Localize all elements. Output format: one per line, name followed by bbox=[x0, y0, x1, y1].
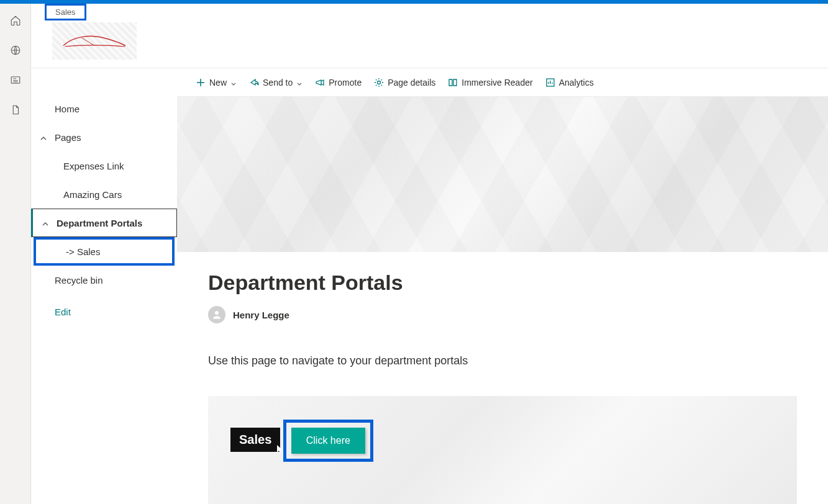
nav-department-portals[interactable]: Department Portals bbox=[31, 209, 177, 237]
chevron-down-icon bbox=[230, 79, 237, 86]
chevron-down-icon bbox=[296, 79, 303, 86]
content-zone: Home Pages Expenses Link Amazing Cars De… bbox=[31, 68, 828, 504]
plus-icon bbox=[196, 78, 206, 88]
quicklink-button-highlight: Click here bbox=[283, 420, 373, 462]
avatar[interactable] bbox=[208, 306, 225, 323]
chevron-up-icon bbox=[40, 133, 47, 141]
book-icon bbox=[448, 78, 458, 88]
app-rail bbox=[0, 4, 31, 504]
gear-icon bbox=[374, 78, 384, 88]
cmd-analytics[interactable]: Analytics bbox=[545, 78, 594, 88]
analytics-icon bbox=[545, 78, 555, 88]
nav-edit-link[interactable]: Edit bbox=[31, 299, 177, 324]
nav-amazing-cars[interactable]: Amazing Cars bbox=[31, 180, 177, 209]
click-here-button[interactable]: Click here bbox=[291, 428, 365, 454]
file-icon[interactable] bbox=[10, 104, 21, 115]
cmd-immersive-reader[interactable]: Immersive Reader bbox=[448, 78, 532, 88]
author-row: Henry Legge bbox=[208, 306, 797, 323]
globe-icon[interactable] bbox=[10, 45, 21, 56]
share-icon bbox=[249, 78, 259, 88]
chevron-up-icon bbox=[42, 219, 49, 227]
command-bar: New Send to Promote bbox=[177, 68, 828, 97]
cmd-immersive-label: Immersive Reader bbox=[462, 78, 532, 88]
person-icon bbox=[211, 309, 222, 320]
cmd-page-details[interactable]: Page details bbox=[374, 78, 435, 88]
cmd-analytics-label: Analytics bbox=[559, 78, 594, 88]
site-header: Sales bbox=[31, 4, 828, 68]
page-description: Use this page to navigate to your depart… bbox=[208, 354, 797, 367]
page-canvas: Department Portals Henry Legge Use this … bbox=[177, 97, 828, 504]
author-name[interactable]: Henry Legge bbox=[233, 310, 289, 320]
cmd-new[interactable]: New bbox=[196, 78, 237, 88]
nav-pages-label: Pages bbox=[55, 132, 81, 143]
cmd-send-to[interactable]: Send to bbox=[249, 78, 303, 88]
home-icon[interactable] bbox=[10, 15, 21, 26]
hero-background bbox=[177, 97, 828, 271]
cmd-new-label: New bbox=[209, 78, 227, 88]
cmd-promote[interactable]: Promote bbox=[315, 78, 362, 88]
svg-point-2 bbox=[378, 81, 381, 84]
cmd-send-to-label: Send to bbox=[263, 78, 293, 88]
quick-links-webpart: Sales Click here bbox=[208, 396, 797, 504]
quicklink-title-sales[interactable]: Sales bbox=[230, 428, 280, 452]
news-icon[interactable] bbox=[10, 74, 21, 86]
cmd-page-details-label: Page details bbox=[388, 78, 435, 88]
car-logo-svg bbox=[60, 32, 129, 50]
left-navigation: Home Pages Expenses Link Amazing Cars De… bbox=[31, 94, 177, 324]
megaphone-icon bbox=[315, 78, 325, 88]
page-body: Department Portals Henry Legge Use this … bbox=[177, 252, 828, 504]
svg-rect-1 bbox=[11, 77, 20, 84]
quicklink-title-label: Sales bbox=[239, 433, 271, 446]
nav-recycle-bin[interactable]: Recycle bin bbox=[31, 266, 177, 294]
cmd-promote-label: Promote bbox=[329, 78, 362, 88]
main-area: Sales Home Pages Expenses Link Amazing C… bbox=[31, 4, 828, 504]
svg-point-4 bbox=[215, 311, 219, 315]
nav-dept-label: Department Portals bbox=[57, 218, 142, 228]
nav-expenses-link[interactable]: Expenses Link bbox=[31, 151, 177, 180]
nav-home[interactable]: Home bbox=[31, 94, 177, 123]
cursor-icon bbox=[276, 442, 284, 451]
page-title: Department Portals bbox=[208, 271, 797, 295]
breadcrumb-sales-highlight[interactable]: Sales bbox=[45, 4, 86, 20]
nav-pages[interactable]: Pages bbox=[31, 123, 177, 151]
nav-sales-highlight[interactable]: -> Sales bbox=[34, 237, 175, 266]
site-logo[interactable] bbox=[52, 22, 137, 60]
